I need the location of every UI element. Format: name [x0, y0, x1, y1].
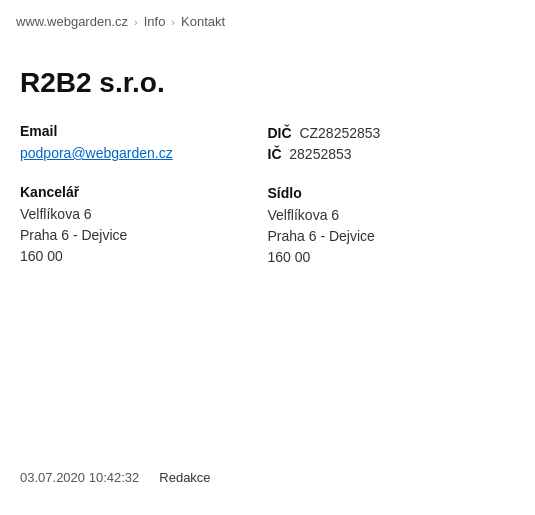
ic-row: IČ 28252853 — [268, 144, 516, 165]
footer-bar: 03.07.2020 10:42:32 Redakce — [20, 470, 211, 485]
kancelar-line1: Velflíkova 6 — [20, 204, 268, 225]
ic-value: 28252853 — [289, 146, 351, 162]
dic-value: CZ28252853 — [299, 125, 380, 141]
breadcrumb-info[interactable]: Info — [144, 14, 166, 29]
footer-redakce: Redakce — [159, 470, 210, 485]
dic-label: DIČ — [268, 125, 292, 141]
sidlo-line2: Praha 6 - Dejvice — [268, 226, 516, 247]
sidlo-line1: Velflíkova 6 — [268, 205, 516, 226]
company-name: R2B2 s.r.o. — [20, 67, 515, 99]
sidlo-section: Sídlo Velflíkova 6 Praha 6 - Dejvice 160… — [268, 185, 516, 268]
email-link[interactable]: podpora@webgarden.cz — [20, 145, 173, 161]
footer-timestamp: 03.07.2020 10:42:32 — [20, 470, 139, 485]
ic-label: IČ — [268, 146, 282, 162]
breadcrumb: www.webgarden.cz › Info › Kontakt — [0, 0, 535, 39]
breadcrumb-sep-2: › — [171, 16, 175, 28]
info-grid: Email podpora@webgarden.cz Kancelář Velf… — [20, 123, 515, 288]
kancelar-label: Kancelář — [20, 184, 268, 200]
breadcrumb-home[interactable]: www.webgarden.cz — [16, 14, 128, 29]
kancelar-line3: 160 00 — [20, 246, 268, 267]
breadcrumb-kontakt: Kontakt — [181, 14, 225, 29]
right-column: DIČ CZ28252853 IČ 28252853 Sídlo Velflík… — [268, 123, 516, 288]
sidlo-line3: 160 00 — [268, 247, 516, 268]
kancelar-section: Kancelář Velflíkova 6 Praha 6 - Dejvice … — [20, 184, 268, 267]
breadcrumb-sep-1: › — [134, 16, 138, 28]
kancelar-line2: Praha 6 - Dejvice — [20, 225, 268, 246]
left-column: Email podpora@webgarden.cz Kancelář Velf… — [20, 123, 268, 288]
dic-section: DIČ CZ28252853 IČ 28252853 — [268, 123, 516, 165]
sidlo-label: Sídlo — [268, 185, 516, 201]
email-value: podpora@webgarden.cz — [20, 143, 268, 164]
email-label: Email — [20, 123, 268, 139]
main-content: R2B2 s.r.o. Email podpora@webgarden.cz K… — [0, 39, 535, 308]
dic-row: DIČ CZ28252853 — [268, 123, 516, 144]
email-section: Email podpora@webgarden.cz — [20, 123, 268, 164]
